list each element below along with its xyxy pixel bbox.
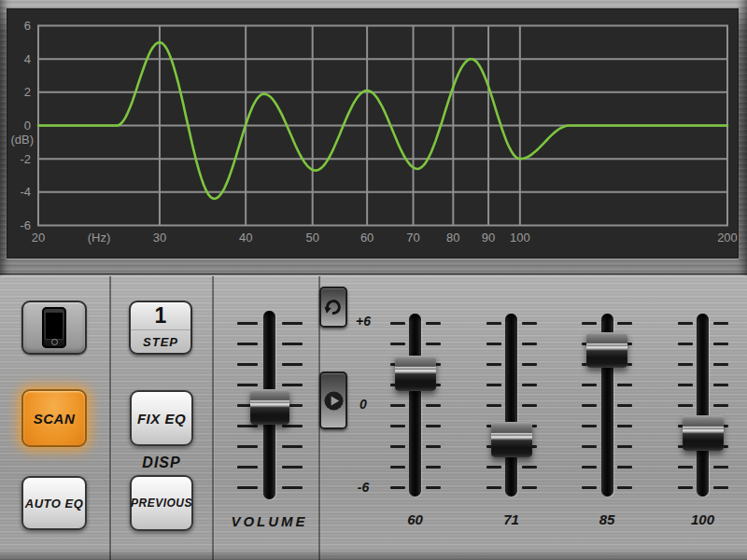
fader-tick bbox=[582, 445, 597, 448]
fader-tick bbox=[237, 343, 258, 345]
fader-tick bbox=[582, 466, 597, 469]
x-axis-tick-label: 20 bbox=[32, 231, 45, 245]
fader-tick bbox=[582, 486, 597, 489]
x-axis-tick-label: 80 bbox=[446, 231, 459, 245]
eq-slider-71-handle[interactable] bbox=[491, 422, 532, 457]
eq-response-curve bbox=[38, 42, 727, 199]
fader-tick bbox=[390, 343, 405, 345]
fader-tick bbox=[390, 404, 405, 407]
fader-tick bbox=[282, 486, 303, 489]
previous-button-label: PREVIOUS bbox=[131, 497, 192, 510]
x-axis-tick-label: 70 bbox=[406, 231, 419, 245]
volume-label: VOLUME bbox=[227, 513, 312, 529]
fader-tick bbox=[713, 466, 728, 469]
play-button[interactable] bbox=[319, 371, 347, 429]
fader-tick bbox=[426, 486, 441, 489]
reset-button[interactable] bbox=[319, 287, 347, 328]
play-icon bbox=[323, 390, 345, 412]
fader-tick bbox=[522, 384, 537, 386]
fader-tick bbox=[678, 322, 693, 325]
y-axis-tick-label: 0 bbox=[24, 119, 31, 133]
y-axis-tick-label: 2 bbox=[24, 85, 31, 99]
x-axis-tick-label: 100 bbox=[510, 231, 530, 245]
fader-tick bbox=[582, 384, 597, 386]
fader-tick bbox=[713, 404, 728, 407]
x-axis-tick-label: 90 bbox=[482, 231, 495, 245]
fader-tick bbox=[390, 486, 405, 489]
fader-tick bbox=[390, 466, 405, 469]
frequency-response-plot: 6420-2-4-6(dB)20(Hz)30405060708090100200 bbox=[7, 8, 739, 259]
fader-tick bbox=[582, 404, 597, 407]
scan-button-label: SCAN bbox=[34, 411, 76, 427]
disp-label: DISP bbox=[130, 455, 193, 471]
x-axis-tick-label: 40 bbox=[239, 231, 252, 245]
fader-tick bbox=[522, 363, 537, 366]
eq-scale-label: -6 bbox=[349, 480, 377, 495]
fader-tick bbox=[617, 404, 632, 407]
fader-tick bbox=[678, 384, 693, 386]
fader-tick bbox=[282, 363, 303, 366]
chart-bezel: 6420-2-4-6(dB)20(Hz)30405060708090100200 bbox=[0, 0, 747, 275]
auto-eq-button[interactable]: AUTO EQ bbox=[21, 476, 87, 530]
step-display-button[interactable]: 1 STEP bbox=[129, 301, 192, 355]
fader-tick bbox=[486, 466, 501, 469]
step-value: 1 bbox=[131, 302, 190, 329]
panel-divider bbox=[109, 276, 112, 560]
fader-tick bbox=[390, 445, 405, 448]
x-axis-tick-label: 50 bbox=[305, 231, 318, 245]
fader-tick bbox=[486, 343, 501, 345]
eq-scale-label: +6 bbox=[349, 314, 377, 329]
eq-slider-100-track[interactable] bbox=[697, 314, 709, 497]
x-axis-unit-label: (Hz) bbox=[88, 231, 111, 245]
eq-freq-label: 85 bbox=[579, 511, 635, 527]
fader-tick bbox=[426, 445, 441, 448]
auto-eq-button-label: AUTO EQ bbox=[25, 497, 84, 511]
fader-tick bbox=[237, 384, 258, 386]
eq-freq-label: 71 bbox=[484, 511, 540, 527]
fader-tick bbox=[486, 486, 501, 489]
fader-tick bbox=[282, 466, 303, 469]
fader-tick bbox=[678, 404, 693, 407]
y-axis-tick-label: 6 bbox=[24, 19, 31, 33]
phone-screen bbox=[46, 313, 63, 339]
eq-slider-60-track[interactable] bbox=[409, 314, 421, 497]
fader-tick bbox=[426, 425, 441, 427]
fader-tick bbox=[617, 486, 632, 489]
volume-slider-handle[interactable] bbox=[250, 389, 289, 425]
fader-tick bbox=[582, 322, 597, 325]
eq-slider-100-handle[interactable] bbox=[683, 415, 724, 451]
scan-button[interactable]: SCAN bbox=[21, 389, 87, 447]
eq-slider-85-handle[interactable] bbox=[586, 332, 627, 368]
x-axis-tick-label: 30 bbox=[153, 231, 166, 245]
fader-tick bbox=[486, 384, 501, 386]
eq-freq-label: 100 bbox=[675, 511, 731, 527]
eq-slider-60-handle[interactable] bbox=[395, 356, 436, 391]
fix-eq-button[interactable]: FIX EQ bbox=[130, 390, 193, 446]
fader-tick bbox=[522, 343, 537, 345]
fader-tick bbox=[282, 425, 303, 427]
y-axis-tick-label: 4 bbox=[24, 52, 31, 66]
fader-tick bbox=[237, 322, 258, 325]
fader-tick bbox=[713, 343, 728, 345]
fader-tick bbox=[282, 343, 303, 345]
fader-tick bbox=[582, 425, 597, 427]
fader-tick bbox=[426, 322, 441, 325]
fader-tick bbox=[522, 404, 537, 407]
fader-tick bbox=[282, 322, 303, 325]
fader-tick bbox=[426, 466, 441, 469]
fader-tick bbox=[713, 363, 728, 366]
eq-slider-71-track[interactable] bbox=[505, 314, 517, 497]
fader-tick bbox=[678, 343, 693, 345]
eq-scale-label: 0 bbox=[349, 397, 377, 412]
fader-tick bbox=[237, 486, 258, 489]
fader-tick bbox=[282, 384, 303, 386]
previous-button[interactable]: PREVIOUS bbox=[130, 475, 193, 531]
phone-display-button[interactable] bbox=[21, 301, 87, 355]
fader-tick bbox=[390, 425, 405, 427]
fader-tick bbox=[237, 445, 258, 448]
fader-tick bbox=[486, 404, 501, 407]
eq-freq-label: 60 bbox=[388, 511, 444, 527]
fader-tick bbox=[282, 445, 303, 448]
panel-divider bbox=[212, 276, 215, 560]
fader-tick bbox=[486, 363, 501, 366]
